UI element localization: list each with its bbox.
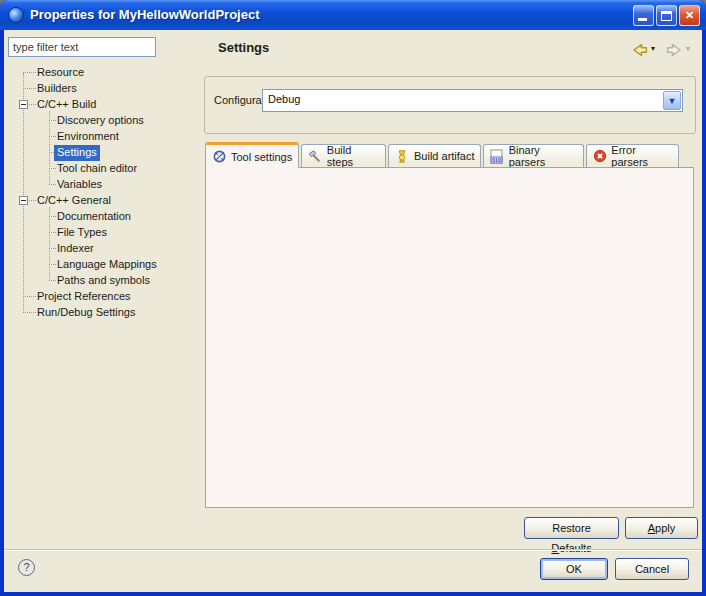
tab-build-artifact[interactable]: Build artifact [388, 144, 481, 167]
sidebar-item-builders[interactable]: Builders [8, 81, 200, 97]
sidebar-item-label: Tool chain editor [54, 161, 140, 177]
forward-dropdown-icon: ▾ [686, 44, 690, 53]
help-icon[interactable]: ? [18, 559, 35, 576]
sidebar-item-label: Settings [54, 145, 100, 161]
sidebar-item-label: Variables [54, 177, 105, 193]
tab-binary-parsers[interactable]: 010Binary parsers [483, 144, 584, 167]
window-icon [8, 7, 24, 23]
sidebar-item-discovery-options[interactable]: Discovery options [8, 113, 200, 129]
sidebar-item-label: C/C++ Build [34, 97, 99, 113]
sidebar-item-label: C/C++ General [34, 193, 114, 209]
sidebar-item-environment[interactable]: Environment [8, 129, 200, 145]
sidebar-item-label: Resource [34, 65, 87, 81]
restore-defaults-button[interactable]: Restore Defaults [524, 517, 619, 539]
sidebar-item-label: File Types [54, 225, 110, 241]
tab-error-parsers[interactable]: Error parsers [586, 144, 679, 167]
hammer-icon [307, 148, 323, 164]
sidebar-item-c-c-general[interactable]: C/C++ General [8, 193, 200, 209]
tab-build-steps[interactable]: Build steps [301, 144, 386, 167]
button-label: Restore [552, 522, 591, 534]
button-accel: A [648, 522, 655, 534]
filter-input[interactable] [8, 37, 156, 57]
window-title: Properties for MyHellowWorldProject [30, 7, 259, 22]
ok-button[interactable]: OK [540, 558, 608, 580]
tab-label: Error parsers [611, 144, 673, 168]
sidebar-item-documentation[interactable]: Documentation [8, 209, 200, 225]
sidebar-item-label: Language Mappings [54, 257, 160, 273]
minimize-icon [638, 18, 647, 21]
page-title: Settings [218, 40, 269, 55]
sidebar-item-project-references[interactable]: Project References [8, 289, 200, 305]
sidebar-item-indexer[interactable]: Indexer [8, 241, 200, 257]
dialog-body: ResourceBuildersC/C++ BuildDiscovery opt… [4, 30, 702, 592]
configuration-value: Debug [268, 93, 300, 105]
error-icon [592, 148, 607, 164]
tab-label: Build artifact [414, 150, 475, 162]
sidebar-item-label: Run/Debug Settings [34, 305, 138, 321]
sidebar-item-label: Environment [54, 129, 122, 145]
tab-tool-settings[interactable]: Tool settings [205, 142, 299, 168]
properties-tree: ResourceBuildersC/C++ BuildDiscovery opt… [8, 65, 200, 325]
collapse-icon[interactable] [19, 196, 28, 205]
close-button[interactable]: ✕ [679, 5, 700, 26]
sidebar-item-paths-and-symbols[interactable]: Paths and symbols [8, 273, 200, 289]
binary-icon: 010 [489, 148, 505, 164]
sidebar-item-settings[interactable]: Settings [8, 145, 200, 161]
sidebar-item-file-types[interactable]: File Types [8, 225, 200, 241]
sidebar-item-resource[interactable]: Resource [8, 65, 200, 81]
tool-icon [211, 149, 227, 165]
back-arrow-icon[interactable] [630, 42, 649, 58]
sidebar-item-variables[interactable]: Variables [8, 177, 200, 193]
properties-dialog-window: Properties for MyHellowWorldProject ✕ Re… [0, 0, 706, 596]
collapse-icon[interactable] [19, 100, 28, 109]
forward-arrow-icon[interactable] [665, 42, 684, 58]
back-dropdown-icon[interactable]: ▾ [651, 44, 655, 53]
svg-text:010: 010 [492, 157, 501, 163]
tab-label: Build steps [327, 144, 380, 168]
apply-button[interactable]: Apply [625, 517, 698, 539]
maximize-icon [661, 11, 672, 21]
sidebar-item-label: Indexer [54, 241, 97, 257]
button-label: efaults [559, 542, 591, 554]
title-bar[interactable]: Properties for MyHellowWorldProject ✕ [0, 0, 706, 30]
sidebar-item-run-debug-settings[interactable]: Run/Debug Settings [8, 305, 200, 321]
chevron-down-icon[interactable]: ▼ [663, 91, 681, 110]
tab-label: Tool settings [231, 151, 292, 163]
configuration-select[interactable]: Debug ▼ [262, 89, 683, 112]
sidebar-item-label: Documentation [54, 209, 134, 225]
sidebar-item-label: Paths and symbols [54, 273, 153, 289]
maximize-button[interactable] [656, 5, 677, 26]
sidebar-item-label: Discovery options [54, 113, 147, 129]
minimize-button[interactable] [633, 5, 654, 26]
sidebar-item-label: Builders [34, 81, 80, 97]
button-label: pply [655, 522, 675, 534]
sidebar-item-tool-chain-editor[interactable]: Tool chain editor [8, 161, 200, 177]
sidebar-item-label: Project References [34, 289, 134, 305]
footer-divider [4, 549, 702, 551]
tool-settings-panel [205, 167, 694, 508]
artifact-icon [394, 148, 410, 164]
sidebar-item-c-c-build[interactable]: C/C++ Build [8, 97, 200, 113]
cancel-button[interactable]: Cancel [615, 558, 689, 580]
tab-label: Binary parsers [509, 144, 578, 168]
sidebar-item-language-mappings[interactable]: Language Mappings [8, 257, 200, 273]
